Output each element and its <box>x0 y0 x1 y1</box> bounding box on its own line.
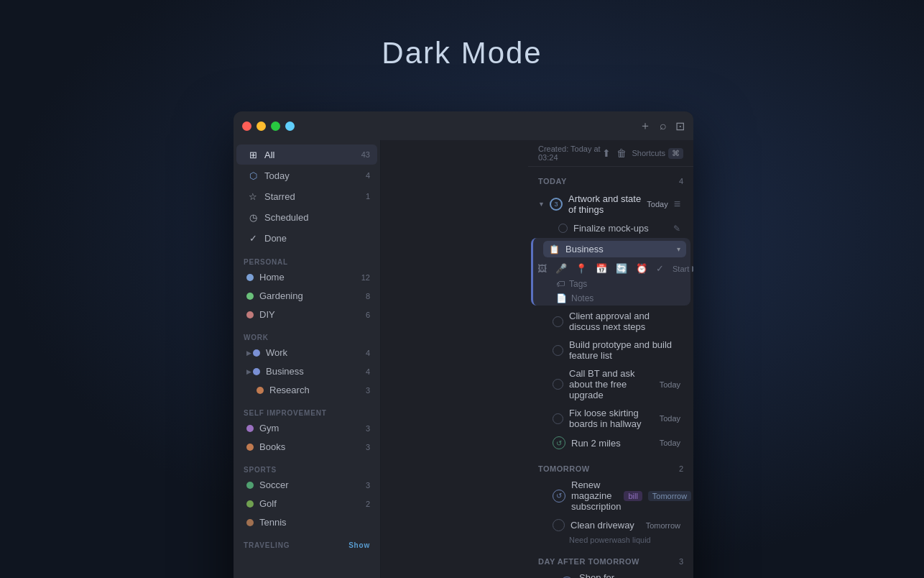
sidebar-item-label: Work <box>266 347 363 358</box>
sidebar-item-work[interactable]: ▶ Work 4 <box>236 344 377 362</box>
sidebar-item-starred[interactable]: ☆ Starred 1 <box>236 186 377 206</box>
business-icon: 📋 <box>549 244 560 254</box>
task-clean-driveway[interactable]: Clean driveway Tomorrow <box>531 515 690 535</box>
task-circle <box>553 519 565 531</box>
task-text: Shop for groceries <box>579 572 617 578</box>
sidebar-item-gardening[interactable]: Gardening 8 <box>236 287 377 305</box>
chevron-down-icon: ▼ <box>538 201 545 208</box>
task-renew-magazine[interactable]: ↺ Renew magazine subscription bill Tomor… <box>531 476 690 515</box>
sidebar-item-all[interactable]: ⊞ All 43 <box>236 144 377 165</box>
task-client-approval[interactable]: Client approval and discuss next steps <box>531 307 690 336</box>
sidebar-item-label: All <box>264 150 359 160</box>
sidebar-item-label: Books <box>259 441 363 452</box>
day-after-count: 3 <box>679 557 683 566</box>
task-call-bt[interactable]: Call BT and ask about the free upgrade T… <box>531 364 690 404</box>
golf-color <box>246 500 254 508</box>
chevron-right-icon: ▶ <box>246 368 251 375</box>
close-button[interactable] <box>242 121 251 131</box>
task-text: Build prototype and build feature list <box>569 339 680 361</box>
location-edit-icon[interactable]: 📍 <box>576 263 587 274</box>
sidebar-item-done[interactable]: ✓ Done <box>236 228 377 248</box>
sidebar-item-diy[interactable]: DIY 6 <box>236 306 377 324</box>
task-build-prototype[interactable]: Build prototype and build feature list <box>531 336 690 364</box>
sidebar-item-count: 8 <box>366 292 370 301</box>
sidebar-item-soccer[interactable]: Soccer 3 <box>236 476 377 494</box>
chevron-right-icon: ▶ <box>246 349 251 357</box>
artwork-group-header[interactable]: ▼ 3 Artwork and state of things Today ≡ <box>531 188 690 220</box>
task-shop-groceries[interactable]: ▶ $ Shop for groceries shop groceries Su… <box>531 569 690 578</box>
business-editing-container: 📋 Business ▾ 🖼 🎤 📍 📅 🔄 ⏰ ✓ <box>531 238 690 306</box>
task-clean-driveway-container: Clean driveway Tomorrow Need powerwash l… <box>528 515 693 546</box>
app-window: ＋ ⌕ ⊡ ⊞ All 43 ⬡ Today 4 ☆ <box>234 111 693 578</box>
sidebar-item-research[interactable]: Research 3 <box>236 381 377 399</box>
task-circle <box>553 345 563 356</box>
sidebar-item-business[interactable]: ▶ Business 4 <box>236 362 377 380</box>
add-icon[interactable]: ＋ <box>639 119 651 134</box>
sidebar-item-label: Soccer <box>259 480 363 490</box>
search-icon[interactable]: ⌕ <box>660 119 667 132</box>
task-text: Clean driveway <box>570 520 646 531</box>
alarm-edit-icon[interactable]: ⏰ <box>636 263 647 274</box>
task-date: Today <box>660 439 680 447</box>
main-layout: ⊞ All 43 ⬡ Today 4 ☆ Starred 1 ◷ Schedul… <box>234 140 693 578</box>
star-icon: ☆ <box>246 190 259 203</box>
task-tags: bill Tomorrow <box>624 491 691 501</box>
sidebar-item-gym[interactable]: Gym 3 <box>236 419 377 437</box>
repeat-edit-icon[interactable]: 🔄 <box>616 263 627 274</box>
sidebar-item-home[interactable]: Home 12 <box>236 268 377 286</box>
page-title: Dark Mode <box>382 36 542 70</box>
shortcuts-button[interactable]: Shortcuts ⌘ <box>632 148 683 159</box>
sidebar-item-today[interactable]: ⬡ Today 4 <box>236 165 377 185</box>
tags-row: 🏷 Tags <box>533 277 690 291</box>
sidebar-item-label: Golf <box>259 498 363 509</box>
image-edit-icon[interactable]: 🖼 <box>537 263 547 274</box>
sidebar-item-golf[interactable]: Golf 2 <box>236 495 377 513</box>
minimize-button[interactable] <box>257 121 266 131</box>
start-chevron: ▶ <box>692 264 693 273</box>
sidebar-item-label: Done <box>264 233 370 244</box>
task-text: Client approval and discuss next steps <box>569 311 680 332</box>
title-bar-actions: ＋ ⌕ ⊡ <box>639 119 685 134</box>
start-label: Start <box>673 265 689 273</box>
sidebar-item-count: 2 <box>366 500 370 508</box>
calendar-edit-icon[interactable]: 📅 <box>596 263 607 274</box>
artwork-task-group: ▼ 3 Artwork and state of things Today ≡ … <box>528 188 693 237</box>
sidebar-item-scheduled[interactable]: ◷ Scheduled <box>236 207 377 227</box>
sidebar-item-label: DIY <box>259 309 363 320</box>
start-action[interactable]: Start ▶ <box>673 264 693 273</box>
bill-tag: bill <box>624 491 642 501</box>
start-due-container: Start ▶ Due ✓ <box>673 264 693 273</box>
day-after-label: DAY AFTER TOMORROW <box>538 557 679 566</box>
extra-button[interactable] <box>285 121 295 131</box>
sidebar: ⊞ All 43 ⬡ Today 4 ☆ Starred 1 ◷ Schedul… <box>234 140 381 578</box>
layout-icon[interactable]: ⊡ <box>675 119 685 133</box>
check-edit-icon[interactable]: ✓ <box>656 263 664 274</box>
sidebar-item-tennis[interactable]: Tennis <box>236 513 377 531</box>
traveling-show-btn[interactable]: Show <box>348 541 370 549</box>
sidebar-item-label: Research <box>269 385 363 395</box>
task-fix-skirting[interactable]: Fix loose skirting boards in hallway Tod… <box>531 404 690 433</box>
subtask-edit-icon[interactable]: ✎ <box>673 224 680 234</box>
soccer-color <box>246 482 254 489</box>
gym-color <box>246 425 254 432</box>
task-text: Renew magazine subscription <box>571 480 621 512</box>
subtask-finalize[interactable]: Finalize mock-ups ✎ <box>531 220 690 237</box>
chevron-down-icon[interactable]: ▾ <box>677 245 680 253</box>
trash-icon[interactable]: 🗑 <box>616 147 627 159</box>
task-date: Tomorrow <box>646 521 680 530</box>
sidebar-item-label: Scheduled <box>264 212 370 223</box>
section-traveling: Traveling Show <box>234 534 380 551</box>
artwork-circle: 3 <box>550 198 563 211</box>
calendar-icon: ⬡ <box>246 169 259 182</box>
subtask-text: Finalize mock-ups <box>573 223 670 234</box>
menu-icon[interactable]: ≡ <box>674 198 680 211</box>
mic-edit-icon[interactable]: 🎤 <box>555 263 567 274</box>
task-run-miles[interactable]: ↺ Run 2 miles Today <box>531 433 690 453</box>
sidebar-item-books[interactable]: Books 3 <box>236 438 377 456</box>
all-icon: ⊞ <box>246 148 259 161</box>
sidebar-item-count: 3 <box>366 386 370 395</box>
maximize-button[interactable] <box>271 121 280 131</box>
share-icon[interactable]: ⬆ <box>602 147 611 159</box>
artwork-title: Artwork and state of things <box>568 193 647 215</box>
editing-input-area[interactable]: 📋 Business ▾ <box>543 241 686 257</box>
